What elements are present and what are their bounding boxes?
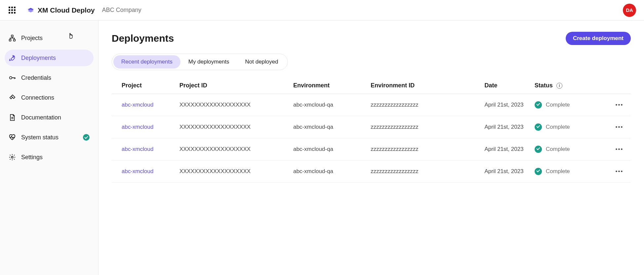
main-content: Deployments Create deployment Recent dep… — [98, 21, 644, 275]
cell-project-id: XXXXXXXXXXXXXXXXXXX — [175, 160, 289, 183]
cell-date: April 21st, 2023 — [480, 160, 531, 183]
cell-status: Complete — [531, 116, 608, 138]
column-header-project[interactable]: Project — [112, 77, 175, 94]
cell-environment: abc-xmcloud-qa — [289, 160, 366, 183]
table-row: abc-xmcloudXXXXXXXXXXXXXXXXXXXabc-xmclou… — [112, 160, 631, 183]
project-link[interactable]: abc-xmcloud — [122, 124, 153, 130]
status-label: Complete — [546, 168, 570, 175]
table-row: abc-xmcloudXXXXXXXXXXXXXXXXXXXabc-xmclou… — [112, 94, 631, 116]
cell-project-id: XXXXXXXXXXXXXXXXXXX — [175, 116, 289, 138]
page-title: Deployments — [112, 33, 174, 44]
column-header-environment-id[interactable]: Environment ID — [367, 77, 481, 94]
row-actions-menu[interactable]: ••• — [608, 116, 631, 138]
cell-status: Complete — [531, 94, 608, 116]
sidebar: Projects Deployments Credentials Connect… — [0, 21, 98, 275]
sidebar-item-label: Documentation — [21, 114, 61, 121]
check-circle-icon — [535, 146, 542, 153]
app-name: XM Cloud Deploy — [38, 6, 95, 14]
sidebar-item-settings[interactable]: Settings — [5, 149, 94, 165]
sidebar-item-documentation[interactable]: Documentation — [5, 109, 94, 126]
document-icon — [9, 114, 16, 121]
company-name: ABC Company — [102, 7, 141, 14]
row-actions-menu[interactable]: ••• — [608, 94, 631, 116]
plug-icon — [9, 94, 16, 101]
cell-project-id: XXXXXXXXXXXXXXXXXXX — [175, 138, 289, 160]
status-label: Complete — [546, 102, 570, 108]
sidebar-item-label: Settings — [21, 154, 43, 161]
user-avatar[interactable]: DA — [623, 4, 636, 17]
column-header-project-id[interactable]: Project ID — [175, 77, 289, 94]
cell-date: April 21st, 2023 — [480, 138, 531, 160]
cell-environment-id: zzzzzzzzzzzzzzzzz — [367, 160, 481, 183]
svg-point-5 — [11, 156, 13, 158]
row-actions-menu[interactable]: ••• — [608, 160, 631, 183]
pointer-cursor-icon — [67, 31, 74, 41]
sidebar-item-projects[interactable]: Projects — [5, 30, 94, 46]
cell-date: April 21st, 2023 — [480, 116, 531, 138]
hierarchy-icon — [9, 34, 16, 42]
sidebar-item-label: System status — [21, 134, 58, 141]
cell-date: April 21st, 2023 — [480, 94, 531, 116]
check-circle-icon — [535, 168, 542, 175]
svg-rect-1 — [9, 39, 11, 41]
sidebar-item-label: Deployments — [21, 55, 56, 62]
cell-status: Complete — [531, 160, 608, 183]
apps-launcher-icon[interactable] — [8, 6, 16, 14]
cell-environment: abc-xmcloud-qa — [289, 138, 366, 160]
svg-rect-0 — [11, 35, 13, 37]
svg-point-4 — [10, 76, 12, 79]
create-deployment-button[interactable]: Create deployment — [566, 32, 631, 45]
project-link[interactable]: abc-xmcloud — [122, 102, 153, 108]
gear-icon — [9, 154, 16, 161]
heartbeat-icon — [9, 134, 16, 141]
product-logo-icon — [27, 7, 34, 14]
svg-rect-2 — [14, 39, 15, 41]
status-label: Complete — [546, 124, 570, 130]
column-header-date[interactable]: Date — [480, 77, 531, 94]
status-ok-icon — [83, 134, 90, 141]
sidebar-item-connections[interactable]: Connections — [5, 89, 94, 106]
cell-project-id: XXXXXXXXXXXXXXXXXXX — [175, 94, 289, 116]
info-icon[interactable]: i — [556, 83, 562, 89]
tabs: Recent deployments My deployments Not de… — [112, 54, 288, 70]
sidebar-item-deployments[interactable]: Deployments — [5, 50, 94, 66]
column-header-status-label: Status — [535, 82, 553, 89]
rocket-icon — [9, 54, 16, 62]
svg-point-3 — [13, 57, 14, 58]
sidebar-item-label: Credentials — [21, 74, 51, 81]
column-header-environment[interactable]: Environment — [289, 77, 366, 94]
sidebar-item-label: Connections — [21, 94, 54, 101]
project-link[interactable]: abc-xmcloud — [122, 146, 153, 152]
table-header-row: Project Project ID Environment Environme… — [112, 77, 631, 94]
table-row: abc-xmcloudXXXXXXXXXXXXXXXXXXXabc-xmclou… — [112, 116, 631, 138]
project-link[interactable]: abc-xmcloud — [122, 168, 153, 174]
app-header: XM Cloud Deploy ABC Company DA — [0, 0, 644, 21]
check-circle-icon — [535, 123, 542, 131]
tab-recent-deployments[interactable]: Recent deployments — [113, 55, 180, 69]
cell-environment-id: zzzzzzzzzzzzzzzzz — [367, 116, 481, 138]
row-actions-menu[interactable]: ••• — [608, 138, 631, 160]
sidebar-item-system-status[interactable]: System status — [5, 129, 94, 146]
cell-environment: abc-xmcloud-qa — [289, 94, 366, 116]
sidebar-item-credentials[interactable]: Credentials — [5, 69, 94, 86]
sidebar-item-label: Projects — [21, 35, 43, 42]
brand[interactable]: XM Cloud Deploy — [27, 6, 95, 14]
column-header-status[interactable]: Status i — [531, 77, 608, 94]
tab-not-deployed[interactable]: Not deployed — [237, 55, 286, 69]
cell-environment-id: zzzzzzzzzzzzzzzzz — [367, 138, 481, 160]
key-icon — [9, 74, 16, 81]
table-row: abc-xmcloudXXXXXXXXXXXXXXXXXXXabc-xmclou… — [112, 138, 631, 160]
tab-my-deployments[interactable]: My deployments — [180, 55, 237, 69]
cell-environment-id: zzzzzzzzzzzzzzzzz — [367, 94, 481, 116]
check-circle-icon — [535, 101, 542, 109]
status-label: Complete — [546, 146, 570, 153]
cell-status: Complete — [531, 138, 608, 160]
cell-environment: abc-xmcloud-qa — [289, 116, 366, 138]
deployments-table: Project Project ID Environment Environme… — [112, 77, 631, 183]
